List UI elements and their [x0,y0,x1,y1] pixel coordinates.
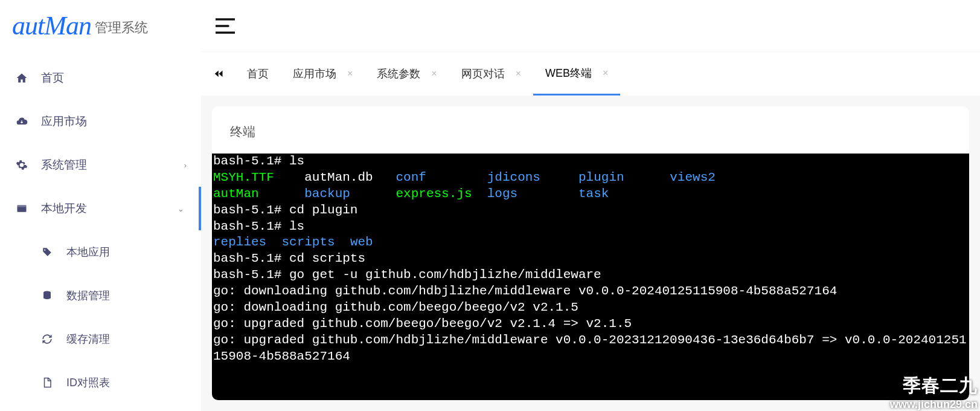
main: 首页 应用市场 × 系统参数 × 网页对话 × WEB终端 × 终端 bash-… [201,0,980,411]
tags-icon [40,247,54,257]
close-icon[interactable]: × [347,68,353,79]
file-icon [40,377,54,388]
tab-label: 网页对话 [461,66,505,81]
sidebar-item-label: 数据管理 [66,288,187,303]
home-icon [14,72,29,84]
tab-label: WEB终端 [545,66,592,80]
close-icon[interactable]: × [431,68,437,79]
sidebar-item-label: 缓存清理 [66,332,187,346]
hamburger-icon [216,18,235,34]
sidebar-subitem-localapp[interactable]: 本地应用 [0,230,201,274]
sidebar-item-label: 应用市场 [41,114,187,129]
nav: 首页 应用市场 系统管理 › 本地开发 ⌄ 本地应用 数据管理 缓存清理 [0,51,201,411]
chevron-down-icon: ⌄ [178,204,184,213]
sidebar-item-localdev[interactable]: 本地开发 ⌄ [0,187,201,230]
content-area: 终端 bash-5.1# lsMSYH.TTF autMan.db conf j… [201,95,980,411]
rewind-icon [213,68,223,79]
sidebar: autMan 管理系统 首页 应用市场 系统管理 › 本地开发 ⌄ 本地应用 [0,0,201,411]
sidebar-subitem-datamgr[interactable]: 数据管理 [0,274,201,317]
sidebar-item-label: 首页 [41,70,187,86]
brand-logo: autMan [12,10,91,41]
refresh-icon [40,334,54,345]
close-icon[interactable]: × [516,68,521,79]
sidebar-item-label: 本地应用 [66,245,187,259]
cloud-down-icon [14,115,29,128]
box-icon [14,202,29,215]
sidebar-item-home[interactable]: 首页 [0,56,201,100]
topbar [201,0,980,51]
sidebar-item-label: 本地开发 [41,201,178,216]
tab-webterm[interactable]: WEB终端 × [533,52,620,95]
tab-home[interactable]: 首页 [235,52,281,95]
database-icon [40,290,54,301]
terminal-panel: 终端 bash-5.1# lsMSYH.TTF autMan.db conf j… [212,106,969,400]
tab-rewind-button[interactable] [207,68,229,79]
sidebar-item-label: ID对照表 [66,375,187,390]
chevron-right-icon: › [184,161,187,170]
sidebar-item-label: 系统管理 [41,157,184,173]
close-icon[interactable]: × [603,68,608,79]
tab-label: 首页 [247,66,269,81]
brand-subtitle: 管理系统 [95,19,148,37]
terminal-output[interactable]: bash-5.1# lsMSYH.TTF autMan.db conf jdic… [212,154,969,400]
sidebar-subitem-cacheclear[interactable]: 缓存清理 [0,317,201,361]
tab-label: 应用市场 [293,66,336,81]
tab-sysparam[interactable]: 系统参数 × [365,52,449,95]
tab-label: 系统参数 [377,66,420,81]
sidebar-subitem-idtable[interactable]: ID对照表 [0,361,201,404]
tab-webchat[interactable]: 网页对话 × [449,52,533,95]
panel-title: 终端 [212,106,969,154]
svg-rect-1 [18,205,27,207]
sidebar-item-system[interactable]: 系统管理 › [0,143,201,187]
sidebar-item-market[interactable]: 应用市场 [0,100,201,143]
tab-market[interactable]: 应用市场 × [281,52,365,95]
brand: autMan 管理系统 [0,0,201,51]
gear-icon [14,159,29,171]
menu-toggle-button[interactable] [216,18,235,34]
tabs: 首页 应用市场 × 系统参数 × 网页对话 × WEB终端 × [201,52,980,95]
